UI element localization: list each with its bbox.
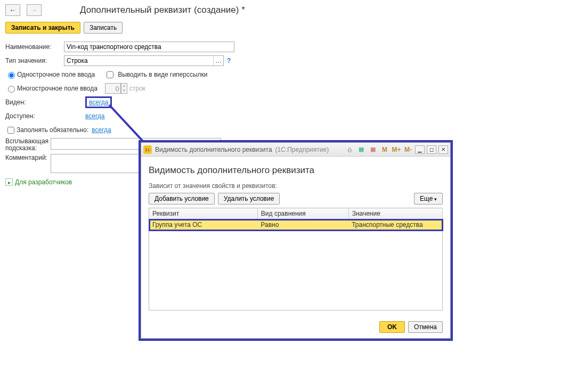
visible-highlight: всегда	[85, 96, 112, 108]
depends-label: Зависит от значения свойств и реквизитов…	[149, 182, 443, 190]
dialog-titlebar-sub: (1С:Предприятие)	[275, 146, 329, 153]
memory-mplus-button[interactable]: M+	[392, 145, 401, 154]
required-label: Заполнять обязательно:	[17, 126, 88, 134]
ok-button[interactable]: OK	[379, 321, 405, 333]
name-label: Наименование:	[5, 43, 64, 51]
cancel-button[interactable]: Отмена	[408, 321, 443, 333]
help-icon[interactable]: ?	[227, 57, 231, 64]
add-condition-button[interactable]: Добавить условие	[149, 193, 215, 205]
nav-back-button[interactable]: ←	[5, 4, 20, 16]
available-label: Доступен:	[5, 112, 85, 120]
lines-word: строк	[129, 85, 145, 92]
dialog-heading: Видимость дополнительного реквизита	[149, 165, 443, 176]
dialog-titlebar: 1c Видимость дополнительного реквизита (…	[141, 143, 450, 157]
multi-line-label: Многострочное поле ввода	[17, 85, 105, 92]
calc-icon[interactable]: ▦	[356, 145, 366, 154]
dev-link[interactable]: Для разработчиков	[15, 178, 72, 186]
table-empty-area	[149, 231, 443, 311]
maximize-icon[interactable]: ◻	[427, 145, 436, 154]
table-row[interactable]: Группа учета ОС Равно Транспортные средс…	[149, 219, 443, 231]
cell-val: Транспортные средства	[348, 219, 442, 231]
nav-forward-button[interactable]: →	[27, 4, 42, 16]
close-icon[interactable]: ✕	[438, 145, 448, 154]
comment-label: Комментарий:	[5, 154, 51, 161]
lines-spinner	[105, 83, 121, 94]
memory-mminus-button[interactable]: M-	[403, 145, 413, 154]
type-label: Тип значения:	[5, 57, 64, 64]
minimize-icon[interactable]: ▁	[415, 145, 425, 154]
hyperlink-label: Выводить в виде гиперссылки	[118, 71, 207, 78]
visible-link[interactable]: всегда	[89, 99, 108, 106]
required-checkbox[interactable]	[7, 127, 14, 134]
more-button[interactable]: Еще	[414, 193, 443, 205]
dev-expand-icon[interactable]: ▸	[5, 178, 13, 186]
hyperlink-checkbox[interactable]	[107, 71, 113, 78]
print-icon[interactable]: ⎙	[345, 145, 354, 154]
required-link[interactable]: всегда	[92, 126, 111, 134]
delete-condition-button[interactable]: Удалить условие	[218, 193, 280, 205]
dialog-titlebar-text: Видимость дополнительного реквизита	[155, 146, 272, 153]
memory-m-button[interactable]: M	[380, 145, 389, 154]
type-ellipsis-button[interactable]: …	[213, 55, 224, 66]
cell-cmp: Равно	[257, 219, 348, 231]
save-button[interactable]: Записать	[84, 22, 123, 34]
multi-line-radio[interactable]	[8, 86, 15, 93]
col-attr: Реквизит	[149, 208, 258, 219]
single-line-label: Однострочное поле ввода	[17, 71, 95, 78]
calendar-icon[interactable]: ▦	[368, 145, 378, 154]
col-cmp: Вид сравнения	[257, 208, 348, 219]
type-input[interactable]	[64, 55, 213, 66]
lines-spinner-buttons: ▲▼	[121, 83, 127, 94]
visible-label: Виден:	[5, 99, 85, 106]
cell-attr: Группа учета ОС	[149, 219, 258, 231]
conditions-table: Реквизит Вид сравнения Значение Группа у…	[149, 208, 443, 231]
col-val: Значение	[348, 208, 442, 219]
save-and-close-button[interactable]: Записать и закрыть	[5, 22, 80, 34]
name-input[interactable]	[64, 42, 234, 52]
visibility-dialog-wrap: 1c Видимость дополнительного реквизита (…	[139, 140, 453, 341]
available-link[interactable]: всегда	[85, 112, 104, 120]
page-title: Дополнительный реквизит (создание) *	[80, 5, 245, 15]
single-line-radio[interactable]	[8, 72, 15, 79]
app-1c-icon: 1c	[143, 145, 152, 154]
tooltip-label: Всплывающая подсказка:	[5, 138, 51, 152]
